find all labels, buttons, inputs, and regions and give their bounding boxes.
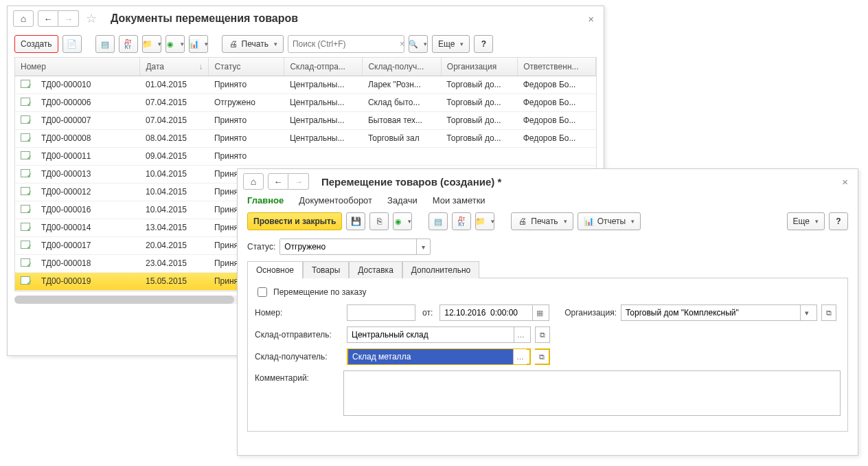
scrollbar-thumb[interactable] <box>14 296 234 304</box>
reports-button[interactable]: Отчеты <box>578 212 641 230</box>
number-input[interactable] <box>347 305 413 320</box>
column-header[interactable]: Дата↓ <box>140 58 209 76</box>
number-input-wrap <box>347 304 415 321</box>
close-button[interactable]: × <box>838 176 852 188</box>
cell-date: 01.04.2015 <box>140 76 209 93</box>
post-and-close-button[interactable]: Провести и закрыть <box>247 212 342 230</box>
cell-to: Торговый зал <box>363 129 441 147</box>
search-box[interactable]: × <box>288 35 404 53</box>
status-input[interactable] <box>280 239 416 254</box>
cell-number: ТД00-000010 <box>36 76 140 93</box>
move-by-order-checkbox[interactable] <box>258 287 267 297</box>
column-header[interactable]: Организация <box>441 58 517 76</box>
green-dot-icon <box>166 38 175 49</box>
table-row[interactable]: ТД00-00000707.04.2015ПринятоЦентральны..… <box>15 111 596 129</box>
subtab-main[interactable]: Основное <box>247 261 303 278</box>
column-header[interactable]: Склад-отпра... <box>284 58 363 76</box>
recipient-open-button[interactable] <box>535 349 549 364</box>
cell-status: Отгружено <box>209 93 284 111</box>
recipient-input[interactable] <box>348 349 513 364</box>
dtkt-button[interactable]: ДтКт <box>452 212 471 230</box>
sender-select-button[interactable]: … <box>514 327 527 342</box>
cell-number: ТД00-000006 <box>36 93 140 111</box>
toolbar: Создать ДтКт Печать × Еще ? <box>8 31 604 57</box>
edo-button[interactable] <box>393 212 412 230</box>
comment-textarea[interactable] <box>343 370 841 416</box>
table-row[interactable]: ТД00-00000808.04.2015ПринятоЦентральны..… <box>15 129 596 147</box>
org-open-button[interactable] <box>822 305 836 320</box>
date-picker-button[interactable] <box>532 305 546 320</box>
create-basis-button[interactable] <box>475 212 494 230</box>
document-icon <box>21 276 30 285</box>
cell-date: 10.04.2015 <box>140 201 209 219</box>
subtab-additional[interactable]: Дополнительно <box>402 261 479 278</box>
column-header[interactable]: Ответственн... <box>518 58 596 76</box>
cell-resp: Федоров Бо... <box>518 111 596 129</box>
help-button[interactable]: ? <box>829 212 848 230</box>
dtkt-button[interactable]: ДтКт <box>119 35 138 53</box>
cell-from: Центральны... <box>284 111 363 129</box>
folder-icon <box>142 38 152 49</box>
status-dropdown-button[interactable]: ▾ <box>416 239 430 254</box>
list-button[interactable] <box>95 35 115 53</box>
favorite-button[interactable]: ☆ <box>83 11 100 26</box>
more-button[interactable]: Еще <box>787 212 825 230</box>
page-title: Перемещение товаров (создание) * <box>321 176 501 188</box>
tab-tasks[interactable]: Задачи <box>387 195 418 206</box>
cell-from: Центральны... <box>284 76 363 93</box>
print-button[interactable]: Печать <box>511 212 573 230</box>
org-input[interactable] <box>621 305 800 320</box>
cell-org: Торговый до... <box>441 76 517 93</box>
tab-notes[interactable]: Мои заметки <box>433 195 486 206</box>
status-combo[interactable]: ▾ <box>279 238 431 255</box>
form-body: Перемещение по заказу Номер: от: Организ… <box>247 278 848 432</box>
calendar-icon <box>534 307 545 318</box>
home-button[interactable] <box>243 173 264 190</box>
cell-from <box>284 147 363 165</box>
close-button[interactable]: × <box>584 13 598 25</box>
reports-button[interactable] <box>189 35 208 53</box>
edo-button[interactable] <box>165 35 185 53</box>
table-row[interactable]: ТД00-00001001.04.2015ПринятоЦентральны..… <box>15 76 596 93</box>
column-header[interactable]: Склад-получ... <box>363 58 441 76</box>
print-button[interactable]: Печать <box>222 35 284 53</box>
subtab-delivery[interactable]: Доставка <box>349 261 402 278</box>
copy-button[interactable] <box>62 35 82 53</box>
open-icon <box>823 307 834 318</box>
more-button[interactable]: Еще <box>432 35 470 53</box>
date-input[interactable] <box>440 305 532 320</box>
forward-button[interactable] <box>288 173 309 190</box>
back-button[interactable] <box>38 10 58 27</box>
document-icon <box>21 133 30 142</box>
back-button[interactable] <box>268 173 288 190</box>
sender-row: Склад-отправитель: … <box>255 326 841 343</box>
tab-main[interactable]: Главное <box>247 195 284 206</box>
print-icon <box>228 38 239 49</box>
search-input[interactable] <box>291 38 397 49</box>
column-header[interactable]: Статус <box>209 58 284 76</box>
forward-button[interactable] <box>58 10 79 27</box>
table-row[interactable]: ТД00-00001109.04.2015Принято <box>15 147 596 165</box>
list-button[interactable] <box>429 212 448 230</box>
cell-org: Торговый до... <box>441 129 517 147</box>
help-button[interactable]: ? <box>474 35 493 53</box>
sender-input[interactable] <box>347 327 514 342</box>
search-options-button[interactable] <box>409 35 428 53</box>
sender-open-button[interactable] <box>536 327 549 342</box>
recipient-select-button[interactable]: … <box>513 349 527 364</box>
clear-search-button[interactable]: × <box>397 39 407 49</box>
cell-number: ТД00-000013 <box>36 165 140 183</box>
create-basis-button[interactable] <box>142 35 161 53</box>
recipient-label: Склад-получатель: <box>255 352 343 362</box>
save-button[interactable] <box>346 212 365 230</box>
document-icon <box>21 187 30 195</box>
table-row[interactable]: ТД00-00000607.04.2015ОтгруженоЦентральны… <box>15 93 596 111</box>
org-dropdown-button[interactable]: ▾ <box>800 305 814 320</box>
tab-docflow[interactable]: Документооборот <box>299 195 372 206</box>
subtab-goods[interactable]: Товары <box>303 261 349 278</box>
cell-to: Ларек "Розн... <box>363 76 441 93</box>
create-button[interactable]: Создать <box>14 35 58 53</box>
home-button[interactable] <box>13 10 34 27</box>
column-header[interactable]: Номер <box>15 58 140 76</box>
post-button[interactable] <box>369 212 389 230</box>
